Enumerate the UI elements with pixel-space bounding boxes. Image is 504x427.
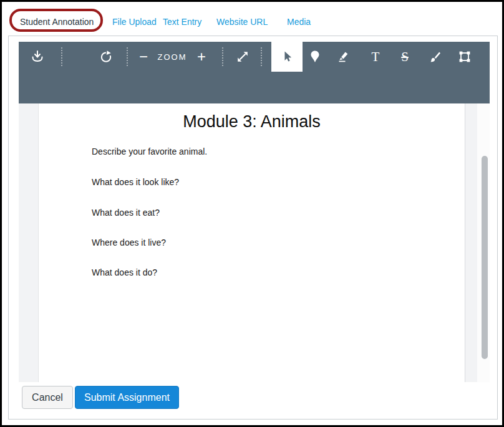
point-annotation-icon xyxy=(308,49,322,64)
area-annotation-icon xyxy=(457,49,472,64)
document-title: Module 3: Animals xyxy=(39,112,465,132)
document-line: What does it look like? xyxy=(92,177,179,187)
document-line: What does it eat? xyxy=(92,208,160,218)
highlight-icon xyxy=(336,49,351,64)
tab-file-upload[interactable]: File Upload xyxy=(112,16,157,27)
document-line: What does it do? xyxy=(92,267,157,277)
docviewer-toolbar: − ZOOM + xyxy=(19,42,490,103)
zoom-label: ZOOM xyxy=(153,48,191,65)
tab-text-entry[interactable]: Text Entry xyxy=(163,16,201,27)
cancel-button[interactable]: Cancel xyxy=(22,386,73,409)
document-line: Describe your favorite animal. xyxy=(92,146,207,156)
select-tool-button[interactable] xyxy=(271,42,303,72)
zoom-out-button[interactable]: − xyxy=(135,48,152,65)
text-annotation-icon: T xyxy=(372,48,380,65)
download-icon xyxy=(30,49,45,64)
expand-icon xyxy=(235,49,250,64)
submission-panel: − ZOOM + xyxy=(8,36,498,420)
document-viewer: − ZOOM + xyxy=(19,42,490,382)
zoom-in-icon: + xyxy=(197,48,206,65)
scrollbar-thumb[interactable] xyxy=(482,156,488,359)
highlight-button[interactable] xyxy=(335,48,352,65)
free-draw-icon xyxy=(427,49,442,64)
toolbar-separator xyxy=(261,47,262,66)
submit-assignment-button[interactable]: Submit Assignment xyxy=(75,386,179,409)
tab-media[interactable]: Media xyxy=(287,16,311,27)
tab-student-annotation[interactable]: Student Annotation xyxy=(20,16,94,27)
toolbar-separator xyxy=(61,47,62,66)
document-line: Where does it live? xyxy=(92,237,166,247)
download-button[interactable] xyxy=(29,48,46,65)
select-cursor-icon xyxy=(279,49,294,64)
rotate-button[interactable] xyxy=(97,48,115,65)
text-annotation-button[interactable]: T xyxy=(367,48,384,65)
zoom-in-button[interactable]: + xyxy=(193,48,210,65)
rotate-icon xyxy=(99,49,114,64)
area-annotation-button[interactable] xyxy=(456,48,473,65)
document-page-area: Module 3: Animals Describe your favorite… xyxy=(19,103,490,382)
expand-button[interactable] xyxy=(234,48,251,65)
submission-window: Student Annotation File Upload Text Entr… xyxy=(0,0,504,427)
toolbar-separator xyxy=(127,47,128,66)
document-page[interactable]: Module 3: Animals Describe your favorite… xyxy=(39,103,465,382)
zoom-out-icon: − xyxy=(139,48,148,65)
toolbar-separator xyxy=(222,47,223,66)
free-draw-button[interactable] xyxy=(426,48,443,65)
point-annotation-button[interactable] xyxy=(306,48,324,65)
strikeout-button[interactable]: S xyxy=(396,48,414,65)
page-left-margin xyxy=(19,103,39,382)
tab-website-url[interactable]: Website URL xyxy=(216,16,268,27)
strikeout-icon: S xyxy=(399,48,410,65)
